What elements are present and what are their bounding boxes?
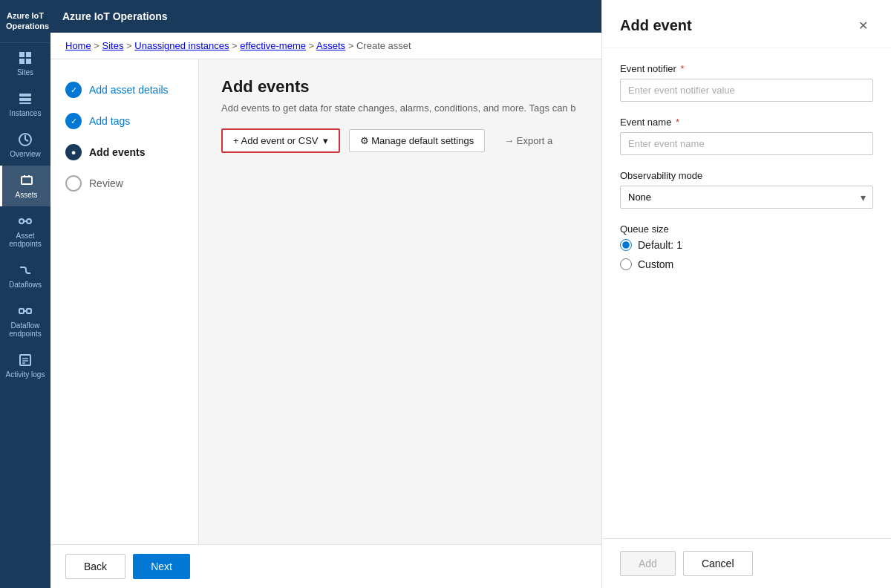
svg-rect-2 [19, 59, 25, 64]
step-circle-4 [65, 175, 82, 192]
sidebar-item-overview[interactable]: Overview [0, 125, 50, 166]
svg-rect-1 [26, 52, 31, 57]
event-notifier-input[interactable] [620, 79, 873, 102]
next-button[interactable]: Next [133, 554, 190, 579]
toolbar: + Add event or CSV ▾ ⚙ Manage default se… [221, 128, 579, 153]
svg-rect-13 [27, 309, 31, 313]
step-label-4: Review [89, 177, 123, 189]
observability-mode-label: Observability mode [620, 170, 873, 181]
svg-rect-4 [19, 94, 31, 97]
breadcrumb-current: Create asset [356, 40, 411, 51]
event-name-input[interactable] [620, 132, 873, 155]
svg-rect-12 [19, 309, 24, 313]
sidebar-item-label: Instances [10, 109, 42, 117]
sidebar-item-dataflows[interactable]: Dataflows [0, 255, 50, 296]
breadcrumb-home[interactable]: Home [65, 40, 91, 51]
sidebar-item-label: Activity logs [6, 370, 45, 379]
sidebar-item-dataflow-endpoints[interactable]: Dataflow endpoints [0, 296, 50, 345]
step-label-1: Add asset details [89, 84, 169, 96]
bottom-bar: Back Next [50, 544, 601, 588]
svg-rect-5 [19, 98, 31, 101]
content-area: Home > Sites > Unassigned instances > ef… [50, 33, 601, 588]
queue-size-default-label: Default: 1 [638, 239, 682, 251]
panel-footer: Add Cancel [602, 538, 891, 588]
add-event-label: + Add event or CSV [233, 135, 319, 146]
cancel-button[interactable]: Cancel [683, 551, 753, 576]
queue-size-default-radio[interactable] [620, 239, 632, 251]
step-add-asset-details[interactable]: ✓ Add asset details [50, 74, 198, 105]
svg-point-10 [27, 219, 31, 223]
sidebar-item-assets[interactable]: Assets [0, 166, 50, 206]
sidebar-item-instances[interactable]: Instances [0, 84, 50, 125]
close-button[interactable]: ✕ [852, 15, 873, 36]
observability-select-wrapper: None Gauge Counter Histogram Log ▾ [620, 186, 873, 209]
export-button[interactable]: → Export a [494, 130, 563, 151]
page-description: Add events to get data for state changes… [221, 102, 579, 114]
event-notifier-group: Event notifier * [620, 63, 873, 102]
app-title-top: Azure IoT Operations [62, 10, 168, 22]
step-add-events[interactable]: ● Add events [50, 137, 198, 168]
sidebar-item-label: Dataflow endpoints [3, 321, 48, 338]
steps-panel: ✓ Add asset details ✓ Add tags ● Add eve… [50, 59, 199, 544]
back-button[interactable]: Back [65, 554, 125, 579]
svg-point-9 [19, 219, 24, 223]
content-panel: Add events Add events to get data for st… [199, 59, 601, 544]
step-label-3: Add events [89, 146, 145, 158]
panel-body: Event notifier * Event name * Observabil… [602, 48, 891, 538]
required-marker-2: * [676, 117, 679, 128]
event-notifier-label: Event notifier * [620, 63, 873, 74]
step-label-2: Add tags [89, 115, 130, 127]
sidebar-item-label: Assets [15, 191, 37, 199]
breadcrumb-assets[interactable]: Assets [316, 40, 345, 51]
required-marker: * [681, 63, 685, 74]
queue-size-radio-group: Default: 1 Custom [620, 239, 873, 270]
sidebar-item-sites[interactable]: Sites [0, 43, 50, 84]
svg-rect-0 [19, 52, 25, 57]
add-event-button[interactable]: + Add event or CSV ▾ [221, 128, 340, 153]
settings-icon: ⚙ Manage default settings [360, 135, 474, 146]
breadcrumb: Home > Sites > Unassigned instances > ef… [50, 33, 601, 59]
queue-size-custom-label: Custom [638, 258, 673, 270]
queue-size-group: Queue size Default: 1 Custom [620, 223, 873, 270]
panel-header: Add event ✕ [602, 0, 891, 48]
queue-size-label: Queue size [620, 223, 873, 235]
breadcrumb-instances[interactable]: Unassigned instances [134, 40, 229, 51]
event-name-label: Event name * [620, 117, 873, 128]
queue-size-custom-radio[interactable] [620, 258, 632, 270]
sidebar-item-asset-endpoints[interactable]: Asset endpoints [0, 206, 50, 255]
sidebar-item-activity-logs[interactable]: Activity logs [0, 345, 50, 386]
add-event-panel: Add event ✕ Event notifier * Event name … [601, 0, 891, 588]
observability-mode-group: Observability mode None Gauge Counter Hi… [620, 170, 873, 209]
sidebar-item-label: Dataflows [9, 281, 42, 289]
breadcrumb-meme[interactable]: effective-meme [240, 40, 306, 51]
step-circle-3: ● [65, 144, 82, 160]
svg-rect-8 [22, 177, 32, 184]
panel-title: Add event [620, 17, 692, 34]
wizard-body: ✓ Add asset details ✓ Add tags ● Add eve… [50, 59, 601, 544]
observability-mode-select[interactable]: None Gauge Counter Histogram Log [620, 186, 873, 209]
top-bar: Azure IoT Operations [50, 0, 601, 33]
step-circle-1: ✓ [65, 82, 82, 98]
step-review[interactable]: Review [50, 168, 198, 199]
queue-size-default-option[interactable]: Default: 1 [620, 239, 873, 251]
page-title: Add events [221, 77, 579, 97]
event-name-group: Event name * [620, 117, 873, 155]
svg-rect-3 [26, 59, 31, 64]
svg-rect-15 [20, 355, 30, 365]
svg-rect-6 [19, 102, 31, 104]
breadcrumb-sites[interactable]: Sites [102, 40, 124, 51]
step-add-tags[interactable]: ✓ Add tags [50, 105, 198, 137]
export-label: → Export a [504, 135, 552, 146]
chevron-down-icon: ▾ [323, 135, 328, 146]
main-area: Azure IoT Operations Home > Sites > Unas… [50, 0, 601, 588]
step-circle-2: ✓ [65, 113, 82, 129]
sidebar-item-label: Asset endpoints [3, 232, 48, 248]
sidebar-item-label: Overview [10, 150, 41, 158]
sidebar-item-label: Sites [17, 68, 33, 76]
sidebar: Azure IoT Operations Sites Instances Ove… [0, 0, 50, 588]
queue-size-custom-option[interactable]: Custom [620, 258, 873, 270]
app-title: Azure IoT Operations [0, 0, 50, 43]
manage-settings-button[interactable]: ⚙ Manage default settings [349, 129, 486, 152]
add-button[interactable]: Add [620, 551, 676, 576]
